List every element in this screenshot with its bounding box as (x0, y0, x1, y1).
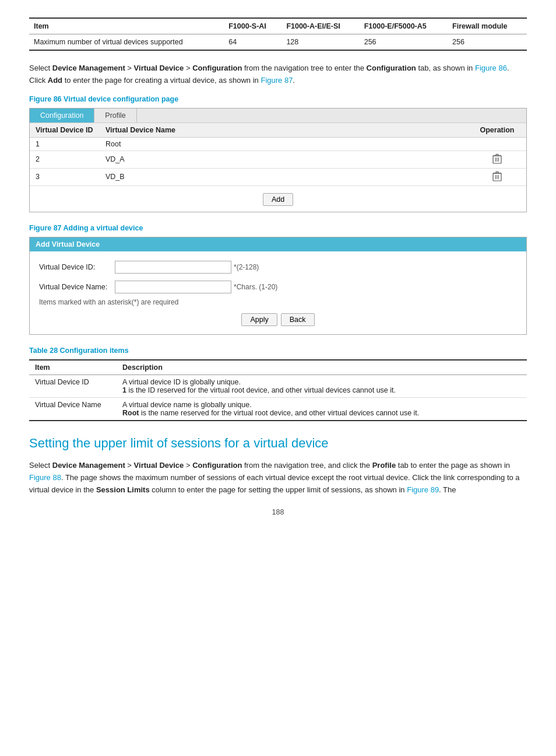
avd-name-row: Virtual Device Name: *Chars. (1-20) (39, 277, 517, 297)
tab-bar: Configuration Profile (30, 108, 526, 123)
config-items-table: Item Description Virtual Device ID A vir… (29, 359, 527, 421)
link-figure89[interactable]: Figure 89 (407, 485, 439, 494)
desc-line2: 1 is the ID reserved for the virtual roo… (122, 386, 396, 394)
config-col-desc: Description (117, 360, 527, 375)
bold-session-limits: Session Limits (96, 485, 150, 494)
avd-id-hint: *(2-128) (234, 263, 259, 271)
comparison-table: Item F1000-S-AI F1000-A-EI/E-SI F1000-E/… (29, 18, 527, 51)
config-col-item: Item (29, 360, 117, 375)
table28-caption: Table 28 Configuration items (29, 346, 527, 355)
row-f1000-a: 128 (281, 34, 359, 51)
figure86-caption: Figure 86 Virtual device configuration p… (29, 95, 527, 103)
vd-config-table: Virtual Device ID Virtual Device Name Op… (30, 123, 526, 186)
avd-name-label: Virtual Device Name: (39, 283, 115, 291)
bold-root: Root (122, 409, 139, 417)
bold-device-management: Device Management (52, 64, 125, 72)
row-f1000-e: 256 (360, 34, 448, 51)
link-figure87[interactable]: Figure 87 (261, 76, 293, 85)
required-note: Items marked with an asterisk(*) are req… (39, 297, 517, 311)
col-header-firewall: Firewall module (448, 18, 527, 34)
figure87-box: Add Virtual Device Virtual Device ID: *(… (29, 237, 527, 335)
avd-name-input[interactable] (115, 281, 231, 293)
row-item: Maximum number of virtual devices suppor… (29, 34, 224, 51)
avd-id-input[interactable] (115, 261, 231, 274)
bold-profile: Profile (372, 461, 396, 470)
avd-id-row: Virtual Device ID: *(2-128) (39, 257, 517, 277)
intro-paragraph: Select Device Management > Virtual Devic… (29, 62, 527, 87)
link-figure86[interactable]: Figure 86 (475, 64, 507, 72)
avd-header: Add Virtual Device (30, 237, 526, 251)
table-row: 2 VD_A (30, 150, 526, 168)
vd-op-1 (468, 137, 526, 150)
section-body-paragraph: Select Device Management > Virtual Devic… (29, 460, 527, 496)
tab-profile[interactable]: Profile (94, 108, 136, 123)
section-heading: Setting the upper limit of sessions for … (29, 435, 527, 452)
vd-id-3: 3 (30, 168, 100, 186)
figure87-caption: Figure 87 Adding a virtual device (29, 224, 527, 232)
col-header-f1000-s-ai: F1000-S-AI (224, 18, 281, 34)
table-row: Virtual Device Name A virtual device nam… (29, 397, 527, 421)
link-figure88[interactable]: Figure 88 (29, 473, 61, 482)
vd-name-vdb: VD_B (100, 168, 468, 186)
row-f1000-s-ai: 64 (224, 34, 281, 51)
bold-config-tab: Configuration (367, 64, 416, 72)
col-header-item: Item (29, 18, 224, 34)
vd-col-name: Virtual Device Name (100, 123, 468, 137)
add-button-row: Add (30, 186, 526, 212)
bold-1: 1 (122, 386, 126, 394)
vd-col-id: Virtual Device ID (30, 123, 100, 137)
bold-configuration-2: Configuration (192, 461, 242, 470)
table-row: Maximum number of virtual devices suppor… (29, 34, 527, 51)
vd-id-2: 2 (30, 150, 100, 168)
delete-icon[interactable] (492, 153, 502, 164)
bold-add: Add (48, 76, 62, 85)
config-desc-vd-name: A virtual device name is globally unique… (117, 397, 527, 421)
vd-op-2[interactable] (468, 150, 526, 168)
bold-device-management-2: Device Management (52, 461, 125, 470)
delete-icon[interactable] (492, 171, 502, 181)
table-row: Virtual Device ID A virtual device ID is… (29, 374, 527, 397)
vd-op-3[interactable] (468, 168, 526, 186)
row-firewall: 256 (448, 34, 527, 51)
avd-id-label: Virtual Device ID: (39, 263, 115, 271)
apply-button[interactable]: Apply (241, 313, 277, 326)
table-row: 3 VD_B (30, 168, 526, 186)
avd-form: Virtual Device ID: *(2-128) Virtual Devi… (30, 251, 526, 334)
bold-virtual-device: Virtual Device (134, 64, 184, 72)
vd-col-op: Operation (468, 123, 526, 137)
avd-name-hint: *Chars. (1-20) (234, 283, 277, 291)
add-button[interactable]: Add (263, 193, 293, 206)
vd-name-root: Root (100, 137, 468, 150)
config-desc-vd-id: A virtual device ID is globally unique. … (117, 374, 527, 397)
vd-id-1: 1 (30, 137, 100, 150)
avd-button-row: Apply Back (39, 311, 517, 326)
vd-table-header-row: Virtual Device ID Virtual Device Name Op… (30, 123, 526, 137)
page-number: 188 (29, 508, 527, 516)
config-item-vd-id: Virtual Device ID (29, 374, 117, 397)
back-button[interactable]: Back (281, 313, 315, 326)
tab-configuration[interactable]: Configuration (30, 108, 94, 123)
vd-name-vda: VD_A (100, 150, 468, 168)
table-row: 1 Root (30, 137, 526, 150)
bold-virtual-device-2: Virtual Device (134, 461, 184, 470)
bold-configuration: Configuration (192, 64, 242, 72)
config-header-row: Item Description (29, 360, 527, 375)
desc-line3: A virtual device name is globally unique… (122, 401, 252, 409)
col-header-f1000-e: F1000-E/F5000-A5 (360, 18, 448, 34)
desc-line4: Root is the name reserved for the virtua… (122, 409, 419, 417)
desc-line1: A virtual device ID is globally unique. (122, 378, 241, 386)
config-item-vd-name: Virtual Device Name (29, 397, 117, 421)
col-header-f1000-a: F1000-A-EI/E-SI (281, 18, 359, 34)
figure86-box: Configuration Profile Virtual Device ID … (29, 108, 527, 212)
